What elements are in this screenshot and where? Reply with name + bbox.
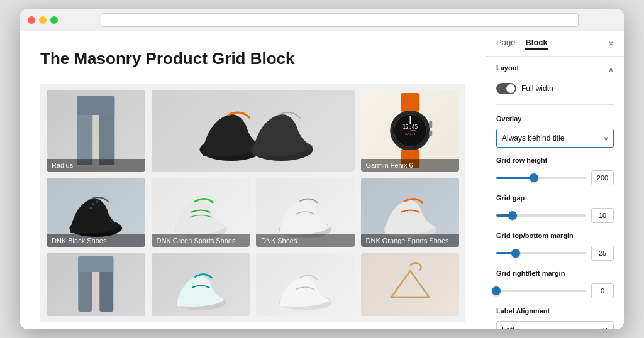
label-alignment-value: Left — [502, 325, 514, 329]
product-item-6[interactable]: DNK Shoes — [256, 178, 355, 247]
label-alignment-select[interactable]: Left ∨ — [496, 321, 614, 329]
tab-page[interactable]: Page — [496, 38, 515, 50]
label-alignment-label: Label Alignment — [496, 307, 614, 315]
overlay-section: Overlay Always behind title ∨ — [496, 115, 614, 148]
overlay-dropdown[interactable]: Always behind title ∨ — [496, 129, 614, 148]
grid-right-left-section: Grid right/left margin 0 — [496, 270, 614, 298]
overlay-label: Overlay — [496, 115, 614, 123]
sidebar-header: Page Block × — [486, 31, 624, 57]
browser-window: The Masonry Product Grid Block Radius — [20, 9, 624, 329]
grid-gap-track[interactable] — [496, 214, 586, 217]
svg-rect-14 — [429, 121, 432, 128]
svg-point-18 — [92, 203, 94, 205]
grid-row-height-label: Grid row height — [496, 156, 614, 164]
svg-text:SAT 14: SAT 14 — [405, 132, 415, 136]
product-item-8[interactable] — [47, 253, 145, 316]
grid-top-bottom-section: Grid top/bottom margin 25 — [496, 232, 614, 261]
product-item-2[interactable] — [152, 90, 355, 172]
close-traffic-light[interactable] — [28, 16, 35, 24]
product-label-7: DNK Orange Sports Shoes — [361, 234, 460, 247]
browser-content: The Masonry Product Grid Block Radius — [20, 31, 624, 329]
layout-chevron-icon: ∧ — [608, 65, 614, 74]
label-alignment-section: Label Alignment Left ∨ — [496, 307, 614, 329]
layout-section: Layout ∧ Full width — [496, 64, 614, 94]
grid-top-bottom-label: Grid top/bottom margin — [496, 232, 614, 239]
sidebar: Page Block × Layout ∧ Full wid — [486, 31, 624, 329]
product-item-3[interactable]: 12:45 SAT 14 Garmin Fenix 6 — [361, 90, 460, 172]
grid-gap-row: 10 — [496, 208, 614, 223]
grid-top-bottom-value[interactable]: 25 — [591, 246, 614, 261]
full-width-label: Full width — [521, 84, 553, 93]
svg-rect-2 — [77, 96, 114, 115]
product-item-9[interactable] — [152, 253, 250, 316]
svg-rect-15 — [429, 131, 432, 136]
grid-right-left-label: Grid right/left margin — [496, 270, 614, 277]
svg-text:12:45: 12:45 — [402, 124, 418, 130]
tab-block[interactable]: Block — [525, 38, 547, 50]
svg-rect-5 — [401, 93, 419, 112]
svg-point-19 — [96, 200, 98, 203]
full-width-toggle[interactable] — [496, 83, 516, 94]
product-label-5: DNK Green Sports Shoes — [152, 234, 250, 247]
svg-point-17 — [89, 207, 92, 209]
product-label-4: DNK Black Shoes — [47, 234, 145, 247]
minimize-traffic-light[interactable] — [39, 16, 47, 24]
grid-top-bottom-track[interactable] — [496, 252, 586, 254]
grid-row-height-fill — [496, 177, 534, 179]
product-grid: Radius — [47, 90, 459, 316]
product-label-1: Radius — [47, 159, 145, 172]
grid-gap-thumb[interactable] — [508, 211, 517, 220]
label-alignment-chevron-icon: ∨ — [602, 325, 608, 329]
grid-gap-value[interactable]: 10 — [591, 208, 614, 223]
grid-row-height-value[interactable]: 200 — [591, 170, 614, 185]
overlay-dropdown-value: Always behind title — [502, 134, 564, 143]
grid-right-left-row: 0 — [496, 283, 614, 298]
svg-rect-25 — [78, 256, 113, 272]
product-item-4[interactable]: DNK Black Shoes — [47, 178, 145, 247]
grid-top-bottom-thumb[interactable] — [511, 249, 520, 258]
grid-gap-label: Grid gap — [496, 194, 614, 202]
browser-toolbar — [20, 9, 624, 31]
page-title: The Masonry Product Grid Block — [40, 49, 465, 68]
product-item-10[interactable] — [256, 253, 355, 316]
grid-row-height-thumb[interactable] — [530, 173, 538, 182]
grid-right-left-thumb[interactable] — [492, 286, 501, 295]
grid-row-height-row: 200 — [496, 170, 614, 185]
full-width-toggle-row: Full width — [496, 83, 614, 94]
product-label-6: DNK Shoes — [256, 234, 355, 247]
grid-right-left-track[interactable] — [496, 290, 586, 292]
address-bar[interactable] — [101, 13, 579, 27]
maximize-traffic-light[interactable] — [50, 16, 58, 24]
sidebar-body: Layout ∧ Full width Overlay Alw — [486, 57, 624, 329]
layout-section-label: Layout — [496, 64, 519, 72]
product-item-11[interactable] — [361, 253, 460, 316]
grid-row-height-section: Grid row height 200 — [496, 156, 614, 185]
product-grid-container: Radius — [40, 84, 465, 322]
grid-right-left-value[interactable]: 0 — [591, 283, 614, 298]
product-label-3: Garmin Fenix 6 — [361, 159, 460, 172]
product-item-1[interactable]: Radius — [47, 90, 145, 172]
dropdown-chevron-icon: ∨ — [604, 135, 608, 142]
main-content: The Masonry Product Grid Block Radius — [20, 31, 486, 329]
divider-1 — [496, 104, 614, 105]
traffic-lights — [28, 16, 58, 24]
grid-row-height-track[interactable] — [496, 177, 586, 179]
close-button[interactable]: × — [608, 39, 614, 49]
toggle-thumb — [506, 84, 515, 93]
sidebar-tabs: Page Block — [496, 38, 548, 50]
product-item-5[interactable]: DNK Green Sports Shoes — [152, 178, 250, 247]
product-item-7[interactable]: DNK Orange Sports Shoes — [361, 178, 460, 247]
grid-top-bottom-row: 25 — [496, 246, 614, 261]
grid-gap-section: Grid gap 10 — [496, 194, 614, 223]
